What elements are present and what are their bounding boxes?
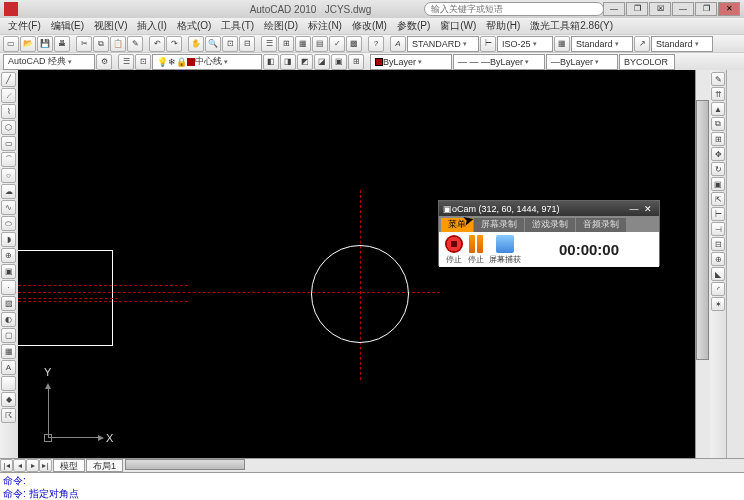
prop-icon[interactable]: ☰ <box>261 36 277 52</box>
rotate-icon[interactable]: ↻ <box>711 162 725 176</box>
ocam-tab-game[interactable]: 游戏录制 <box>525 218 575 232</box>
match-icon[interactable]: ✎ <box>127 36 143 52</box>
copy-icon[interactable]: ⧉ <box>93 36 109 52</box>
tab-last-icon[interactable]: ▸| <box>39 459 52 472</box>
copy2-icon[interactable]: ⇈ <box>711 87 725 101</box>
xline-icon[interactable]: ⟋ <box>1 88 16 103</box>
menu-edit[interactable]: 编辑(E) <box>47 19 88 33</box>
open-icon[interactable]: 📂 <box>20 36 36 52</box>
lineweight-select[interactable]: — ByLayer <box>546 54 618 70</box>
ocam-window[interactable]: ▣ oCam (312, 60, 1444, 971) — ✕ 菜单 屏幕录制 … <box>438 200 660 266</box>
ocam-stop-button[interactable]: 停止 <box>445 235 463 265</box>
stretch-icon[interactable]: ⇱ <box>711 192 725 206</box>
scale-icon[interactable]: ▣ <box>711 177 725 191</box>
menu-window[interactable]: 窗口(W) <box>436 19 480 33</box>
mtext-icon[interactable]: A <box>1 360 16 375</box>
layer6-icon[interactable]: ⊞ <box>348 54 364 70</box>
restore2-button[interactable]: ❐ <box>695 2 717 16</box>
ocam-min-button[interactable]: — <box>627 204 641 214</box>
extend-icon[interactable]: ⊣ <box>711 222 725 236</box>
menu-modify[interactable]: 修改(M) <box>348 19 391 33</box>
command-line[interactable]: 命令: 命令: 指定对角点 命令:应用 <box>0 472 744 500</box>
undo-icon[interactable]: ↶ <box>149 36 165 52</box>
ellipse-icon[interactable]: ⬭ <box>1 216 16 231</box>
plot-icon[interactable]: 🖶 <box>54 36 70 52</box>
layerprev-icon[interactable]: ◩ <box>297 54 313 70</box>
join-icon[interactable]: ⊕ <box>711 252 725 266</box>
spline-icon[interactable]: ∿ <box>1 200 16 215</box>
redo-icon[interactable]: ↷ <box>166 36 182 52</box>
ocam-tab-audio[interactable]: 音频录制 <box>576 218 626 232</box>
plotstyle-select[interactable]: BYCOLOR <box>619 54 675 70</box>
gradient-icon[interactable]: ◐ <box>1 312 16 327</box>
close-button[interactable]: ✕ <box>718 2 740 16</box>
workspace-select[interactable]: AutoCAD 经典 <box>3 54 95 70</box>
color-select[interactable]: ByLayer <box>370 54 452 70</box>
move-icon[interactable]: ✥ <box>711 147 725 161</box>
layer-select[interactable]: 💡❄🔒 中心线 <box>152 54 262 70</box>
help-button[interactable]: ☒ <box>649 2 671 16</box>
mleaderstyle-select[interactable]: Standard <box>651 36 713 52</box>
paste-icon[interactable]: 📋 <box>110 36 126 52</box>
ocam-pause-button[interactable]: 停止 <box>467 235 485 265</box>
menu-file[interactable]: 文件(F) <box>4 19 45 33</box>
dc-icon[interactable]: ⊞ <box>278 36 294 52</box>
tablestyle-select[interactable]: Standard <box>571 36 633 52</box>
table-icon[interactable]: ▦ <box>1 344 16 359</box>
block-icon[interactable]: ▣ <box>1 264 16 279</box>
tab-next-icon[interactable]: ▸ <box>26 459 39 472</box>
scrollbar-horizontal[interactable] <box>125 459 744 472</box>
ocam-titlebar[interactable]: ▣ oCam (312, 60, 1444, 971) — ✕ <box>439 201 659 216</box>
tblstyle-icon[interactable]: ▦ <box>554 36 570 52</box>
tab-prev-icon[interactable]: ◂ <box>13 459 26 472</box>
layermatch-icon[interactable]: ◨ <box>280 54 296 70</box>
dimstyle-select[interactable]: ISO-25 <box>497 36 553 52</box>
circle-icon[interactable]: ○ <box>1 168 16 183</box>
tab-first-icon[interactable]: |◂ <box>0 459 13 472</box>
point-icon[interactable]: · <box>1 280 16 295</box>
menu-tools[interactable]: 工具(T) <box>217 19 258 33</box>
menu-help[interactable]: 帮助(H) <box>482 19 524 33</box>
array-icon[interactable]: ⊞ <box>711 132 725 146</box>
layerstate-icon[interactable]: ⊡ <box>135 54 151 70</box>
line-icon[interactable]: ╱ <box>1 72 16 87</box>
layer5-icon[interactable]: ▣ <box>331 54 347 70</box>
ocam-tab-screen[interactable]: 屏幕录制 <box>474 218 524 232</box>
ws-settings-icon[interactable]: ⚙ <box>96 54 112 70</box>
menu-laser[interactable]: 激光工具箱2.86(Y) <box>526 19 617 33</box>
menu-insert[interactable]: 插入(I) <box>133 19 170 33</box>
menu-param[interactable]: 参数(P) <box>393 19 434 33</box>
menu-dim[interactable]: 标注(N) <box>304 19 346 33</box>
app-icon[interactable] <box>4 2 18 16</box>
layer4-icon[interactable]: ◪ <box>314 54 330 70</box>
ocam-capture-button[interactable]: 屏幕捕获 <box>489 235 521 265</box>
mark-icon[interactable]: ✓ <box>329 36 345 52</box>
polygon-icon[interactable]: ⬡ <box>1 120 16 135</box>
insert-icon[interactable]: ⊕ <box>1 248 16 263</box>
tool2-icon[interactable]: ☈ <box>1 408 16 423</box>
erase-icon[interactable]: ✎ <box>711 72 725 86</box>
new-icon[interactable]: ▭ <box>3 36 19 52</box>
mirror-icon[interactable]: ▲ <box>711 102 725 116</box>
ssm-icon[interactable]: ▤ <box>312 36 328 52</box>
menu-format[interactable]: 格式(O) <box>173 19 215 33</box>
restore-button[interactable]: ❐ <box>626 2 648 16</box>
ocam-tab-menu[interactable]: 菜单 <box>441 218 473 232</box>
layermgr-icon[interactable]: ☰ <box>118 54 134 70</box>
cut-icon[interactable]: ✂ <box>76 36 92 52</box>
menu-view[interactable]: 视图(V) <box>90 19 131 33</box>
dimstyle-icon[interactable]: ⊢ <box>480 36 496 52</box>
calc-icon[interactable]: ▩ <box>346 36 362 52</box>
trim-icon[interactable]: ⊢ <box>711 207 725 221</box>
revcloud-icon[interactable]: ☁ <box>1 184 16 199</box>
layeriso-icon[interactable]: ◧ <box>263 54 279 70</box>
zoomprev-icon[interactable]: ⊟ <box>239 36 255 52</box>
fillet-icon[interactable]: ◜ <box>711 282 725 296</box>
scrollbar-vertical[interactable] <box>695 70 710 458</box>
hatch-icon[interactable]: ▨ <box>1 296 16 311</box>
help-icon[interactable]: ? <box>368 36 384 52</box>
explode-icon[interactable]: ✶ <box>711 297 725 311</box>
break-icon[interactable]: ⊟ <box>711 237 725 251</box>
ellipsearc-icon[interactable]: ◗ <box>1 232 16 247</box>
mlstyle-icon[interactable]: ↗ <box>634 36 650 52</box>
